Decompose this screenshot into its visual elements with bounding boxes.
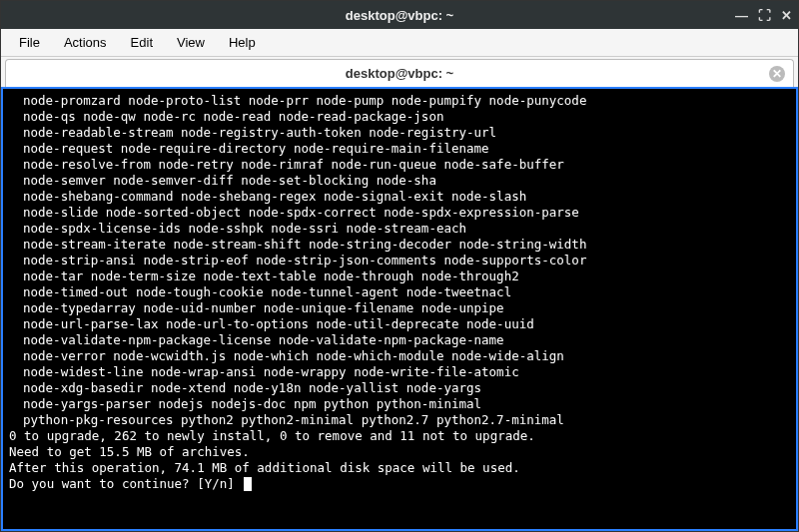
pkg-line: node-qs node-qw node-rc node-read node-r… (9, 109, 790, 125)
menu-help[interactable]: Help (217, 31, 268, 54)
menu-edit[interactable]: Edit (119, 31, 165, 54)
pkg-line: node-tar node-term-size node-text-table … (9, 268, 790, 284)
terminal-output[interactable]: node-promzard node-proto-list node-prr n… (1, 87, 798, 531)
pkg-line: python-pkg-resources python2 python2-min… (9, 412, 790, 428)
pkg-line: node-readable-stream node-registry-auth-… (9, 125, 790, 141)
pkg-line: node-validate-npm-package-license node-v… (9, 332, 790, 348)
after-line: After this operation, 74.1 MB of additio… (9, 460, 790, 476)
pkg-line: node-xdg-basedir node-xtend node-y18n no… (9, 380, 790, 396)
tab-title: desktop@vbpc: ~ (346, 66, 453, 81)
need-line: Need to get 15.5 MB of archives. (9, 444, 790, 460)
pkg-line: node-stream-iterate node-stream-shift no… (9, 237, 790, 253)
window-title: desktop@vbpc: ~ (346, 8, 453, 23)
pkg-line: node-slide node-sorted-object node-spdx-… (9, 205, 790, 221)
minimize-icon[interactable]: — (735, 9, 748, 22)
tab-terminal[interactable]: desktop@vbpc: ~ ✕ (5, 59, 794, 87)
pkg-line: node-resolve-from node-retry node-rimraf… (9, 157, 790, 173)
pkg-line: node-strip-ansi node-strip-eof node-stri… (9, 253, 790, 268)
menu-view[interactable]: View (165, 31, 217, 54)
menu-file[interactable]: File (7, 31, 52, 54)
pkg-line: node-widest-line node-wrap-ansi node-wra… (9, 364, 790, 380)
pkg-line: node-spdx-license-ids node-sshpk node-ss… (9, 221, 790, 237)
cursor (244, 477, 252, 491)
tabbar: desktop@vbpc: ~ ✕ (1, 57, 798, 87)
titlebar: desktop@vbpc: ~ — ⛶ ✕ (1, 1, 798, 29)
terminal-window: desktop@vbpc: ~ — ⛶ ✕ File Actions Edit … (0, 0, 799, 532)
pkg-line: node-semver node-semver-diff node-set-bl… (9, 173, 790, 189)
prompt-line[interactable]: Do you want to continue? [Y/n] (9, 476, 790, 492)
pkg-line: node-url-parse-lax node-url-to-options n… (9, 316, 790, 332)
pkg-line: node-shebang-command node-shebang-regex … (9, 189, 790, 205)
maximize-icon[interactable]: ⛶ (758, 9, 771, 22)
menubar: File Actions Edit View Help (1, 29, 798, 57)
pkg-line: node-promzard node-proto-list node-prr n… (9, 93, 790, 109)
pkg-line: node-request node-require-directory node… (9, 141, 790, 157)
close-icon[interactable]: ✕ (781, 9, 792, 22)
window-controls: — ⛶ ✕ (735, 1, 792, 29)
pkg-line: node-timed-out node-tough-cookie node-tu… (9, 284, 790, 300)
summary-line: 0 to upgrade, 262 to newly install, 0 to… (9, 428, 790, 444)
menu-actions[interactable]: Actions (52, 31, 119, 54)
pkg-line: node-verror node-wcwidth.js node-which n… (9, 348, 790, 364)
pkg-line: node-typedarray node-uid-number node-uni… (9, 300, 790, 316)
tab-close-icon[interactable]: ✕ (769, 66, 785, 82)
pkg-line: node-yargs-parser nodejs nodejs-doc npm … (9, 396, 790, 412)
